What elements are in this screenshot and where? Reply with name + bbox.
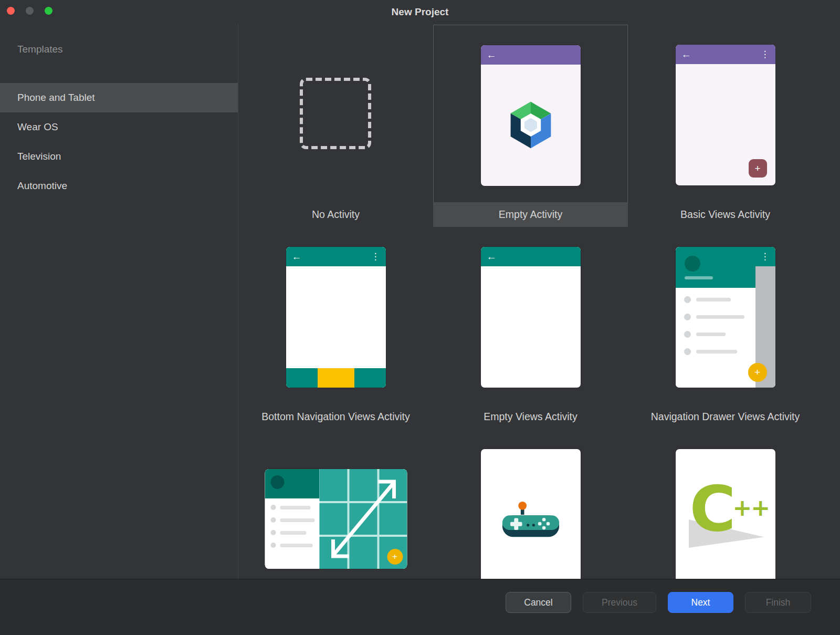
template-card-game[interactable] [433, 429, 628, 579]
previous-button[interactable]: Previous [583, 592, 656, 613]
cpp-logo-icon: C ++ [691, 486, 760, 550]
bottom-nav-segment [354, 368, 386, 388]
menu-item-line [696, 350, 737, 353]
responsive-list-pane [265, 469, 319, 569]
menu-item-line [696, 332, 726, 336]
sidebar-item-label: Television [17, 151, 61, 162]
bottom-nav-segment-active [318, 368, 354, 388]
bottom-navigation-preview: ← ⋮ [286, 247, 386, 388]
cancel-button[interactable]: Cancel [506, 592, 571, 613]
template-card-basic-views-activity[interactable]: ← ⋮ + Basic Views Activity [628, 25, 823, 227]
preview-app-bar: ← [481, 247, 581, 266]
no-activity-placeholder-icon [300, 78, 371, 149]
drawer-header [676, 247, 755, 288]
list-item-icon [270, 517, 276, 523]
drawer-menu-item [684, 348, 755, 355]
list-item-line [280, 518, 314, 522]
close-window-button[interactable] [7, 7, 15, 15]
cpp-plusplus: ++ [733, 494, 770, 521]
responsive-grid-pane: + [319, 469, 407, 569]
drawer-menu-list [676, 288, 755, 355]
template-card-navigation-drawer-views-activity[interactable]: ⋮ + Navigation Drawer Views Activity [628, 227, 823, 429]
zoom-window-button[interactable] [45, 7, 52, 15]
menu-item-icon [684, 348, 691, 355]
gamepad-icon [496, 497, 565, 548]
menu-item-icon [684, 296, 691, 303]
template-card-no-activity[interactable]: No Activity [238, 25, 433, 227]
list-item [270, 517, 319, 523]
empty-views-preview: ← [481, 247, 581, 388]
back-arrow-icon: ← [487, 252, 497, 262]
window-title: New Project [0, 0, 840, 24]
jetpack-compose-icon [506, 98, 556, 152]
finish-button[interactable]: Finish [745, 592, 811, 613]
drawer-panel [676, 247, 755, 388]
sidebar-item-label: Wear OS [17, 121, 58, 132]
list-item-line [280, 544, 312, 547]
cpp-letter: C [690, 477, 736, 540]
avatar [685, 256, 700, 272]
sidebar-item-phone-and-tablet[interactable]: Phone and Tablet [0, 83, 238, 112]
list-item-icon [270, 543, 276, 548]
template-grid: No Activity ← Empty Activity [238, 24, 840, 579]
back-arrow-icon: ← [681, 49, 691, 59]
templates-sidebar: Templates Phone and Tablet Wear OS Telev… [0, 24, 238, 579]
plus-glyph: + [392, 551, 397, 562]
list-item-icon [270, 505, 276, 510]
sidebar-header: Templates [17, 44, 63, 55]
drawer-header-line [685, 276, 713, 279]
plus-glyph: + [754, 163, 760, 174]
bottom-nav-segment [286, 368, 318, 388]
responsive-preview: + [265, 469, 407, 569]
template-card-empty-activity[interactable]: ← Empty Activity [433, 25, 628, 227]
sidebar-item-television[interactable]: Television [0, 142, 238, 171]
template-card-native-cpp[interactable]: C ++ [628, 429, 823, 579]
preview-app-bar: ← ⋮ [676, 45, 775, 64]
kebab-menu-icon: ⋮ [371, 252, 380, 261]
fab-plus-icon: + [748, 363, 767, 382]
drawer-menu-item [684, 296, 755, 303]
sidebar-item-automotive[interactable]: Automotive [0, 171, 238, 201]
list-item [270, 530, 319, 535]
template-label: Empty Views Activity [433, 404, 628, 429]
menu-item-icon [684, 314, 691, 320]
game-activity-preview [481, 449, 581, 579]
next-button[interactable]: Next [668, 592, 733, 613]
preview-app-bar: ← [481, 45, 581, 65]
fab-plus-icon: + [749, 159, 767, 178]
drawer-menu-item [684, 314, 755, 320]
responsive-list [265, 498, 319, 555]
sidebar-list: Phone and Tablet Wear OS Television Auto… [0, 83, 238, 201]
traffic-lights [7, 7, 52, 15]
responsive-pane-header [265, 469, 319, 498]
template-label: Empty Activity [433, 202, 628, 227]
preview-app-bar: ← ⋮ [286, 247, 386, 266]
back-arrow-icon: ← [292, 252, 302, 262]
menu-item-line [696, 315, 744, 319]
avatar [270, 475, 284, 489]
list-item [270, 543, 319, 548]
list-item-line [280, 531, 306, 535]
template-label: No Activity [238, 202, 433, 227]
template-card-responsive[interactable]: + [238, 429, 433, 579]
template-label: Navigation Drawer Views Activity [628, 404, 823, 429]
native-cpp-preview: C ++ [676, 449, 775, 579]
menu-item-line [696, 298, 731, 301]
basic-views-preview: ← ⋮ + [676, 45, 775, 185]
list-item-line [280, 506, 310, 509]
back-arrow-icon: ← [487, 50, 497, 60]
template-label: Bottom Navigation Views Activity [238, 404, 433, 429]
bottom-navigation-bar [286, 368, 386, 388]
title-bar: New Project [0, 0, 840, 24]
menu-item-icon [684, 331, 691, 338]
minimize-window-button[interactable] [26, 7, 34, 15]
plus-glyph: + [754, 367, 760, 378]
template-card-bottom-navigation-views-activity[interactable]: ← ⋮ Bottom Navigation Views Activity [238, 227, 433, 429]
drawer-menu-item [684, 331, 755, 338]
template-label: Basic Views Activity [628, 202, 823, 227]
fab-plus-icon: + [387, 549, 403, 565]
sidebar-item-wear-os[interactable]: Wear OS [0, 112, 238, 142]
kebab-menu-icon: ⋮ [761, 252, 770, 261]
template-card-empty-views-activity[interactable]: ← Empty Views Activity [433, 227, 628, 429]
navigation-drawer-preview: ⋮ + [676, 247, 775, 388]
